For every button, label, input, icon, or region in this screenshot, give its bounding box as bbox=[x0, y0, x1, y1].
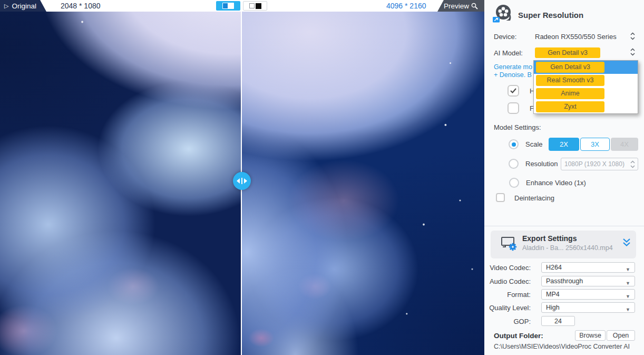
dropdown-option-anime[interactable]: Anime bbox=[534, 87, 638, 100]
model-description: Generate mo + Denoise. B bbox=[494, 63, 533, 79]
enhance-video-radio[interactable] bbox=[509, 178, 519, 188]
double-chevron-down-icon[interactable] bbox=[621, 238, 632, 248]
split-view-toggle[interactable] bbox=[216, 1, 240, 11]
side-by-side-icon-filled bbox=[256, 3, 261, 9]
left-arrow-icon bbox=[237, 178, 240, 184]
preview-tab-label: Preview bbox=[444, 2, 469, 10]
scale-4x-button: 4X bbox=[611, 138, 638, 151]
model-description-line2: + Denoise. B bbox=[494, 71, 533, 79]
format-label: Format: bbox=[484, 291, 531, 299]
model-settings-label: Model Settings: bbox=[494, 123, 541, 131]
play-icon: ▷ bbox=[4, 3, 8, 9]
scale-radio[interactable] bbox=[509, 139, 519, 149]
side-by-side-icon bbox=[249, 3, 255, 8]
model-option-h-checkbox[interactable] bbox=[508, 85, 519, 97]
output-folder-label: Output Folder: bbox=[494, 332, 543, 340]
open-button[interactable]: Open bbox=[607, 330, 635, 341]
split-view-icon bbox=[222, 3, 234, 9]
preview-toolbar: ▷ Original 2048 * 1080 4096 * 2160 Previ… bbox=[0, 0, 484, 12]
dropdown-option-real-smooth[interactable]: Real Smooth v3 bbox=[534, 74, 638, 87]
preview-tab[interactable]: Preview bbox=[437, 0, 484, 12]
resolution-label: Resolution bbox=[525, 160, 558, 168]
section-divider bbox=[484, 226, 644, 226]
video-codec-select[interactable]: H264 ▼ bbox=[541, 262, 635, 273]
original-video-frame bbox=[0, 12, 242, 355]
chevron-updown-icon[interactable] bbox=[630, 32, 636, 42]
magnifier-icon bbox=[471, 3, 478, 9]
deinterlacing-label: Deinterlacing bbox=[514, 194, 554, 202]
dropdown-option-zyxt[interactable]: Zyxt bbox=[534, 100, 638, 113]
scale-3x-button[interactable]: 3X bbox=[580, 138, 610, 151]
original-tab[interactable]: ▷ Original bbox=[0, 0, 46, 12]
comparison-preview-area bbox=[0, 12, 484, 355]
chevron-updown-icon[interactable] bbox=[630, 47, 636, 58]
device-select[interactable]: Radeon RX550/550 Series bbox=[535, 33, 617, 41]
gop-label: GOP: bbox=[484, 318, 531, 325]
format-select[interactable]: MP4 ▼ bbox=[541, 289, 635, 300]
enhance-video-label: Enhance Video (1x) bbox=[526, 179, 586, 187]
view-mode-toggle-group bbox=[216, 1, 267, 11]
dropdown-caret-icon: ▼ bbox=[626, 279, 630, 288]
export-settings-title: Export Settings bbox=[522, 234, 577, 243]
quality-level-select[interactable]: High ▼ bbox=[541, 302, 635, 313]
scale-2x-button[interactable]: 2X bbox=[549, 138, 579, 151]
super-resolution-panel: Super Resolution Device: Radeon RX550/55… bbox=[484, 0, 644, 355]
export-settings-subtitle: Aladdin - Ba... 2560x1440.mp4 bbox=[522, 244, 613, 252]
film-reel-icon bbox=[492, 4, 513, 26]
right-arrow-icon bbox=[244, 178, 247, 184]
audio-codec-select[interactable]: Passthrough ▼ bbox=[541, 276, 635, 286]
original-tab-label: Original bbox=[12, 2, 36, 10]
audio-codec-label: Audio Codec: bbox=[484, 277, 531, 285]
gop-input[interactable] bbox=[541, 316, 575, 326]
scale-label: Scale bbox=[525, 140, 543, 148]
original-resolution-label: 2048 * 1080 bbox=[61, 2, 101, 10]
dropdown-caret-icon: ▼ bbox=[626, 292, 630, 301]
dropdown-caret-icon: ▼ bbox=[626, 305, 630, 314]
videoproc-super-resolution-window: ▷ Original 2048 * 1080 4096 * 2160 Previ… bbox=[0, 0, 644, 355]
ai-model-label: AI Model: bbox=[494, 49, 523, 57]
comparison-slider-handle[interactable] bbox=[233, 172, 251, 190]
side-by-side-toggle[interactable] bbox=[243, 1, 267, 11]
model-option-f-checkbox[interactable] bbox=[508, 102, 519, 114]
ai-model-select[interactable]: Gen Detail v3 bbox=[535, 47, 600, 58]
dropdown-caret-icon: ▼ bbox=[626, 265, 630, 274]
output-resolution-label: 4096 * 2160 bbox=[386, 2, 426, 10]
resolution-select: 1080P (1920 X 1080) bbox=[561, 158, 638, 170]
device-label: Device: bbox=[494, 33, 516, 41]
page-title: Super Resolution bbox=[518, 11, 583, 20]
ai-model-dropdown: Gen Detail v3 Real Smooth v3 Anime Zyxt bbox=[533, 60, 638, 114]
video-codec-label: Video Codec: bbox=[484, 264, 531, 272]
model-description-line1: Generate mo bbox=[494, 63, 533, 71]
browse-button[interactable]: Browse bbox=[575, 330, 606, 341]
chevron-updown-icon bbox=[630, 160, 636, 170]
dropdown-option-gen-detail[interactable]: Gen Detail v3 bbox=[534, 61, 638, 74]
resolution-radio[interactable] bbox=[509, 159, 519, 169]
output-folder-path: C:\Users\MSIE\Videos\VideoProc Converter… bbox=[494, 343, 630, 350]
monitor-gear-icon bbox=[500, 236, 517, 253]
handle-bar bbox=[241, 178, 242, 184]
checkmark-icon bbox=[510, 88, 517, 94]
enhanced-video-frame bbox=[242, 12, 484, 355]
deinterlacing-checkbox[interactable] bbox=[496, 193, 505, 202]
quality-level-label: Quality Level: bbox=[484, 304, 531, 312]
